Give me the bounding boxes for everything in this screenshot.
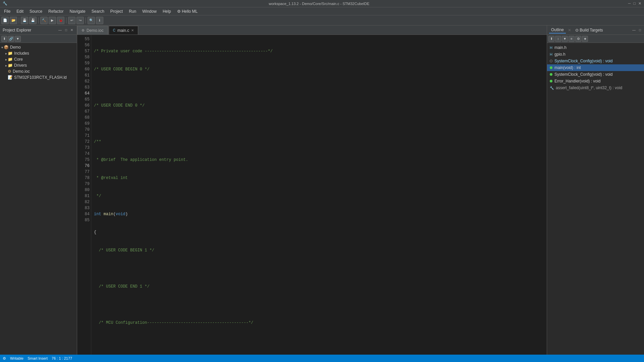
- outline-item-sysclock2[interactable]: SystemClock_Config(void) : void: [547, 71, 644, 78]
- outline-item-main[interactable]: main(void) : int: [547, 64, 644, 71]
- run-button[interactable]: ▶: [49, 17, 56, 24]
- status-icon: ⚙: [3, 356, 6, 361]
- status-dot: [550, 80, 552, 82]
- status-insert-label: Smart Insert: [28, 356, 48, 360]
- maximize-button[interactable]: □: [633, 1, 636, 6]
- status-dot: [550, 73, 552, 76]
- editor-content: 55 56 57 58 59 60 61 62 63 64 65 66 67 6…: [77, 35, 547, 359]
- project-explorer-title: Project Explorer: [3, 28, 31, 33]
- menu-item-window[interactable]: Window: [140, 8, 159, 14]
- window-title: workspace_1.13.2 - Demo/Core/Src/main.c …: [10, 2, 628, 6]
- code-line: /* USER CODE END 0 */: [94, 103, 544, 109]
- tab-main-c[interactable]: C main.c ✕: [109, 26, 139, 35]
- outline-item-assert-failed[interactable]: 🔧 assert_failed(uint8_t*, uint32_t) : vo…: [547, 84, 644, 91]
- pe-close-button[interactable]: ✕: [69, 28, 74, 32]
- close-button[interactable]: ✕: [638, 1, 641, 6]
- outline-filter-button[interactable]: ▼: [562, 36, 568, 42]
- tab-demo-ioc[interactable]: ⚙ Demo.ioc: [77, 26, 108, 35]
- code-line: [94, 121, 544, 127]
- redo-button[interactable]: ↪: [76, 17, 84, 24]
- build-targets-tab[interactable]: ⊙ Build Targets: [573, 27, 605, 33]
- expand-icon: ▸: [5, 52, 7, 55]
- menu-item-search[interactable]: Search: [89, 8, 107, 14]
- editor-tabs: ⚙ Demo.ioc C main.c ✕: [77, 25, 547, 35]
- undo-button[interactable]: ↩: [68, 17, 75, 24]
- tree-label: Demo.ioc: [13, 69, 30, 74]
- outline-item-sysclock[interactable]: SystemClock_Config(void) : void: [547, 58, 644, 64]
- search-toolbar-button[interactable]: 🔍: [88, 17, 95, 24]
- code-line: int main(void): [94, 211, 544, 217]
- tree-label: Demo: [10, 45, 21, 50]
- code-line: /* Private user code -------------------…: [94, 48, 544, 54]
- code-line: {: [94, 229, 544, 235]
- outline-star-button[interactable]: ★: [582, 36, 588, 42]
- debug-button[interactable]: 🐞: [57, 17, 64, 24]
- outline-tab[interactable]: Outline: [549, 27, 566, 34]
- outline-minimize-button[interactable]: —: [631, 28, 637, 32]
- status-gear-icon: ⚙: [3, 356, 6, 361]
- info-button[interactable]: ℹ: [96, 17, 103, 24]
- tree-item-demo-ioc[interactable]: ▸ ⚙ Demo.ioc: [0, 68, 77, 74]
- open-button[interactable]: 📂: [10, 17, 17, 24]
- tab-close-icon[interactable]: ✕: [131, 28, 134, 32]
- status-insert-mode[interactable]: Smart Insert: [28, 356, 48, 360]
- menu-item-source[interactable]: Source: [27, 8, 45, 14]
- tree-item-ld-file[interactable]: ▸ 📝 STM32F103RCTX_FLASH.ld: [0, 74, 77, 80]
- folder-icon: 📁: [8, 63, 13, 68]
- menu-item-help[interactable]: Help: [160, 8, 174, 14]
- outline-item-label: main(void) : int: [554, 65, 581, 70]
- menu-item-file[interactable]: File: [1, 8, 13, 14]
- menu-item-project[interactable]: Project: [108, 8, 125, 14]
- menu-item-run[interactable]: Run: [126, 8, 139, 14]
- ioc-icon: ⚙: [8, 69, 11, 74]
- ld-icon: 📝: [8, 75, 13, 80]
- outline-item-gpio-h[interactable]: H gpio.h: [547, 51, 644, 58]
- project-icon: 📦: [4, 45, 9, 50]
- code-line: /* USER CODE BEGIN 1 */: [94, 247, 544, 253]
- pe-filter-button[interactable]: ▼: [15, 36, 21, 42]
- outline-settings-button[interactable]: ⚙: [575, 36, 581, 42]
- pe-link-editor-button[interactable]: 🔗: [8, 36, 14, 42]
- build-button[interactable]: 🔨: [40, 17, 48, 24]
- code-line: /**: [94, 139, 544, 145]
- tab-icon: C: [113, 28, 115, 32]
- pe-toolbar: ⬆ 🔗 ▼: [0, 35, 77, 43]
- code-line: /* USER CODE BEGIN 0 */: [94, 66, 544, 72]
- code-line: * @brief The application entry point.: [94, 157, 544, 163]
- wrench-icon: 🔧: [550, 86, 554, 90]
- code-editor[interactable]: /* Private user code -------------------…: [91, 35, 547, 359]
- outline-item-main-h[interactable]: H main.h: [547, 44, 644, 51]
- new-button[interactable]: 📄: [1, 17, 9, 24]
- tree-label: Drivers: [14, 63, 27, 68]
- menu-item-edit[interactable]: Edit: [14, 8, 26, 14]
- outline-sort-button[interactable]: ↕: [555, 36, 561, 42]
- tree-label: Includes: [14, 51, 29, 56]
- outline-item-label: SystemClock_Config(void) : void: [554, 59, 612, 63]
- pe-collapse-button[interactable]: ⬆: [1, 36, 7, 42]
- tree-item-includes[interactable]: ▸ 📁 Includes: [0, 50, 77, 56]
- outline-maximize-button[interactable]: □: [638, 28, 642, 32]
- toolbar-separator-1: [19, 17, 19, 23]
- pe-maximize-button[interactable]: □: [64, 28, 68, 32]
- outline-collapse-button[interactable]: ⬆: [548, 36, 554, 42]
- save-all-button[interactable]: 💾: [29, 17, 37, 24]
- tree-item-drivers[interactable]: ▸ 📁 Drivers: [0, 62, 77, 68]
- outline-item-label: SystemClock_Config(void) : void: [554, 72, 612, 77]
- toolbar: 📄 📂 💾 💾 🔨 ▶ 🐞 ↩ ↪ 🔍 ℹ: [0, 15, 644, 25]
- outline-hide-fields-button[interactable]: ≡: [569, 36, 575, 42]
- code-line: [94, 338, 544, 344]
- menu-item-helloml[interactable]: ⚙ Hello ML: [174, 8, 201, 14]
- outline-item-error-handler[interactable]: Error_Handler(void) : void: [547, 78, 644, 84]
- tree-item-core[interactable]: ▸ 📁 Core: [0, 56, 77, 62]
- menu-item-navigate[interactable]: Navigate: [67, 8, 88, 14]
- status-writable[interactable]: Writable: [10, 356, 23, 360]
- toolbar-separator-2: [38, 17, 39, 23]
- code-line: [94, 265, 544, 272]
- save-button[interactable]: 💾: [21, 17, 28, 24]
- pe-minimize-button[interactable]: —: [57, 28, 63, 32]
- tree-item-demo[interactable]: ▾ 📦 Demo: [0, 44, 77, 50]
- minimize-button[interactable]: ─: [628, 1, 631, 6]
- menu-item-refactor[interactable]: Refactor: [46, 8, 66, 14]
- code-line: * @retval int: [94, 175, 544, 181]
- outline-header: Outline ✕ ⊙ Build Targets — □: [547, 25, 644, 35]
